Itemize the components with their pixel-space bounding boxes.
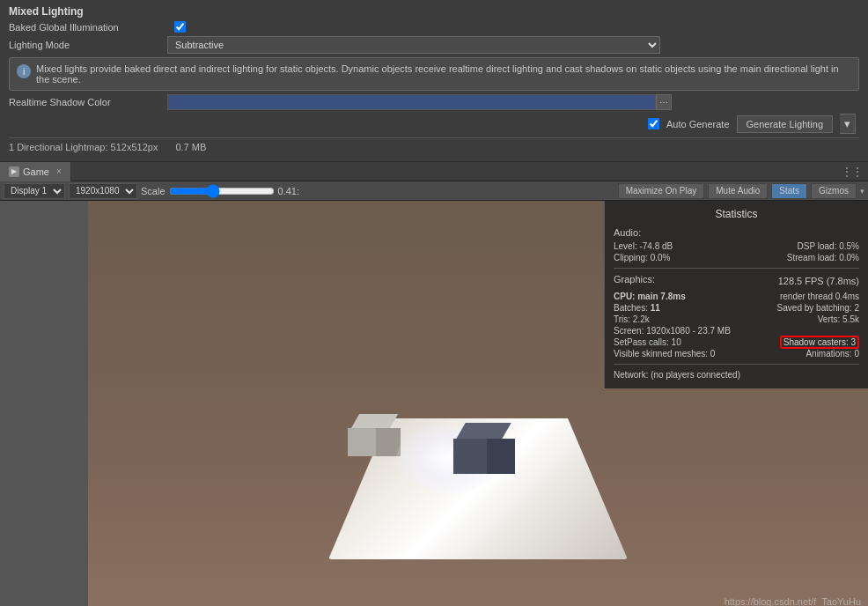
stats-tris: Tris: 2.2k xyxy=(614,314,650,324)
stats-clipping: Clipping: 0.0% xyxy=(614,253,670,262)
lightmap-info-row: 1 Directional Lightmap: 512x512px 0.7 MB xyxy=(9,137,859,156)
shadow-color-bar[interactable] xyxy=(167,94,656,110)
auto-generate-row: Auto Generate Generate Lighting ▾ xyxy=(9,114,859,134)
stats-setpass-row: SetPass calls: 10 Shadow casters: 3 xyxy=(614,337,859,347)
stats-cpu: CPU: main 7.8ms xyxy=(614,292,686,301)
stats-verts: Verts: 5.5k xyxy=(818,314,859,324)
game-tab[interactable]: ▶ Game × xyxy=(0,162,71,181)
stats-saved-batching: Saved by batching: 2 xyxy=(777,303,859,313)
stats-batches-row: Batches: 11 Saved by batching: 2 xyxy=(614,303,859,313)
stats-setpass: SetPass calls: 10 xyxy=(614,337,681,347)
mute-audio-button[interactable]: Mute Audio xyxy=(708,183,768,199)
tab-menu-icon[interactable]: ⋮⋮ xyxy=(836,166,868,178)
cube-left xyxy=(348,414,401,458)
lightmap-info-text: 1 Directional Lightmap: 512x512px xyxy=(9,142,158,152)
lighting-panel: Mixed Lighting Baked Global Illumination… xyxy=(0,0,868,162)
stats-audio-clipping-row: Clipping: 0.0% Stream load: 0.0% xyxy=(614,253,859,262)
gizmos-button[interactable]: Gizmos xyxy=(811,183,857,199)
cube-right xyxy=(453,423,515,476)
stats-button[interactable]: Stats xyxy=(771,183,807,199)
lightmap-size: 0.7 MB xyxy=(175,142,206,152)
lighting-mode-row: Lighting Mode Subtractive xyxy=(9,36,859,54)
stats-network-row: Network: (no players connected) xyxy=(614,370,859,380)
stats-batches: Batches: 11 xyxy=(614,303,660,313)
shadow-color-row: Realtime Shadow Color ⋯ xyxy=(9,94,859,110)
scale-value: 0.41: xyxy=(278,186,309,196)
info-icon: i xyxy=(17,64,31,78)
scale-label: Scale xyxy=(141,186,166,196)
baked-gi-label: Baked Global Illumination xyxy=(9,22,167,33)
auto-generate-checkbox[interactable] xyxy=(648,118,659,129)
display-select[interactable]: Display 1 xyxy=(4,183,65,199)
lighting-mode-label: Lighting Mode xyxy=(9,40,167,50)
game-viewport-container: https://blog.csdn.net/f_TaoYuHu Statisti… xyxy=(0,201,868,606)
stats-graphics-title: Graphics: xyxy=(614,274,655,285)
stats-fps: 128.5 FPS (7.8ms) xyxy=(778,276,859,286)
resolution-select[interactable]: 1920x1080 xyxy=(69,183,137,199)
baked-gi-row: Baked Global Illumination xyxy=(9,21,859,33)
cube-left-front xyxy=(348,428,376,456)
game-tab-close[interactable]: × xyxy=(56,166,62,176)
viewport-sidebar xyxy=(0,201,88,606)
watermark: https://blog.csdn.net/f_TaoYuHu xyxy=(725,596,861,606)
stats-title: Statistics xyxy=(614,208,859,220)
stats-shadow-casters: Shadow casters: 3 xyxy=(780,337,859,347)
color-picker-icon[interactable]: ⋯ xyxy=(656,94,672,110)
scale-slider[interactable] xyxy=(169,187,275,196)
stats-render: render thread 0.4ms xyxy=(780,292,859,301)
gizmos-arrow[interactable]: ▾ xyxy=(860,187,864,196)
stats-level: Level: -74.8 dB xyxy=(614,241,673,251)
viewport-main: https://blog.csdn.net/f_TaoYuHu Statisti… xyxy=(88,201,868,606)
stats-divider-2 xyxy=(614,364,859,365)
baked-gi-checkbox[interactable] xyxy=(174,21,186,33)
game-tab-label: Game xyxy=(23,166,49,177)
stats-screen: Screen: 1920x1080 - 23.7 MB xyxy=(614,326,731,336)
stats-network: Network: (no players connected) xyxy=(614,370,740,380)
info-text: Mixed lights provide baked direct and in… xyxy=(36,63,851,85)
stats-audio-level-row: Level: -74.8 dB DSP load: 0.5% xyxy=(614,241,859,251)
cube-right-top xyxy=(455,423,511,440)
cube-right-side xyxy=(487,439,515,474)
game-toolbar: Display 1 1920x1080 Scale 0.41: Maximize… xyxy=(0,181,868,201)
maximize-on-play-button[interactable]: Maximize On Play xyxy=(618,183,705,199)
lighting-info-box: i Mixed lights provide baked direct and … xyxy=(9,57,859,91)
shadow-color-label: Realtime Shadow Color xyxy=(9,97,167,107)
game-tab-icon: ▶ xyxy=(9,166,19,177)
stats-dsp: DSP load: 0.5% xyxy=(798,241,859,251)
generate-lighting-arrow[interactable]: ▾ xyxy=(840,114,856,134)
stats-divider-1 xyxy=(614,268,859,269)
auto-generate-label: Auto Generate xyxy=(648,118,730,129)
stats-tris-row: Tris: 2.2k Verts: 5.5k xyxy=(614,314,859,324)
stats-animations: Animations: 0 xyxy=(805,349,859,358)
lighting-panel-title: Mixed Lighting xyxy=(9,5,859,18)
stats-audio-title: Audio: xyxy=(614,227,859,238)
stats-panel: Statistics Audio: Level: -74.8 dB DSP lo… xyxy=(604,201,868,388)
game-tab-bar: ▶ Game × ⋮⋮ xyxy=(0,162,868,181)
lighting-mode-select[interactable]: Subtractive xyxy=(167,36,660,54)
stats-cpu-row: CPU: main 7.8ms render thread 0.4ms xyxy=(614,292,859,301)
stats-skinned-row: Visible skinned meshes: 0 Animations: 0 xyxy=(614,349,859,358)
stats-stream: Stream load: 0.0% xyxy=(787,253,859,262)
stats-screen-row: Screen: 1920x1080 - 23.7 MB xyxy=(614,326,859,336)
cube-right-front xyxy=(453,439,487,474)
stats-visible-skinned: Visible skinned meshes: 0 xyxy=(614,349,715,358)
shadow-casters-highlight: Shadow casters: 3 xyxy=(780,336,859,349)
generate-lighting-button[interactable]: Generate Lighting xyxy=(737,115,833,133)
